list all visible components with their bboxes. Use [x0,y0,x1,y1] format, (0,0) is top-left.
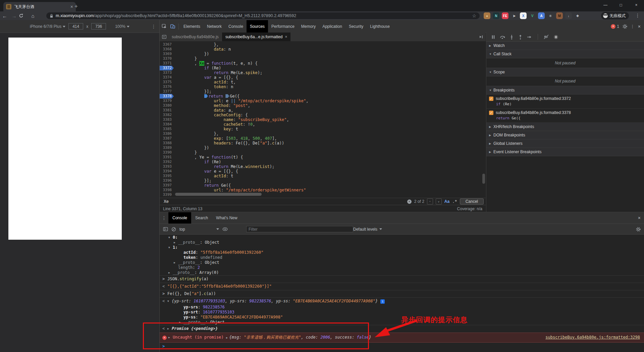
translate-icon[interactable]: A [538,12,545,19]
device-toolbar-menu-icon[interactable]: ⋮ [151,24,156,29]
puzzle-icon[interactable]: ❖ [574,12,581,19]
pause-on-exceptions-icon[interactable] [553,35,558,40]
line-number[interactable]: 3394 [160,169,174,174]
line-number[interactable]: 3392 [160,160,174,164]
page-viewport[interactable] [8,38,122,240]
line-number[interactable]: 3383 [160,117,174,122]
devtools-menu-icon[interactable]: ⋮ [631,24,635,29]
line-number[interactable]: 3367 [160,42,174,47]
inline-breakpoint-icon[interactable] [204,94,208,98]
console-sidebar-icon[interactable] [163,227,168,231]
inspect-element-icon[interactable] [160,24,168,29]
drawer-menu-icon[interactable]: ⋮ [160,215,168,221]
console-tab-what-s-new[interactable]: What's New [212,212,241,224]
search-previous-button[interactable]: ^ [427,198,433,204]
zoom-select[interactable]: 100% [115,24,129,29]
sidebar-section-scope[interactable]: ▼Scope [486,68,644,76]
x-browser-icon[interactable]: X [520,12,527,19]
window-close-icon[interactable]: × [629,0,644,10]
console-tab-console[interactable]: Console [168,212,191,224]
match-case-toggle[interactable]: Aa [444,199,449,204]
search-input[interactable] [163,199,372,204]
line-number[interactable]: 3399 [160,192,174,197]
pointer-icon[interactable]: ➤ [511,12,518,19]
window-minimize-icon[interactable]: — [598,0,613,10]
bookmark-star-icon[interactable]: ☆ [472,13,476,18]
console-row[interactable]: ▶__proto__: Array(0) [160,270,644,275]
breakpoint-entry[interactable]: ✓subscribeBuy.6a94b80e.js:formatted:3378… [486,109,644,123]
device-select[interactable]: iPhone 6/7/8 Plus [30,24,65,29]
cancel-button[interactable]: Cancel [460,198,484,204]
expand-caret-icon[interactable]: ▼ [167,299,172,304]
debugger-pane-toggle-icon[interactable] [479,35,484,39]
back-icon[interactable]: ← [0,13,9,19]
breakpoint-checkbox[interactable]: ✓ [489,111,493,115]
code-editor[interactable]: 3367336833693370337133723373337433753376… [160,41,486,197]
line-number[interactable]: 3374 [160,75,174,80]
breakpoint-checkbox[interactable]: ✓ [489,97,493,101]
new-tab-button[interactable]: + [74,3,78,9]
expand-caret-icon[interactable]: ▼ [168,245,173,250]
step-out-icon[interactable] [518,35,523,40]
line-number[interactable]: 3387 [160,136,174,141]
line-number[interactable]: 3398 [160,188,174,192]
step-over-icon[interactable] [500,35,505,39]
line-number[interactable]: 3385 [160,127,174,131]
expand-caret-icon[interactable]: ▶ [174,260,178,265]
line-number-breakpoint[interactable]: 3372 [160,66,174,70]
devtools-tab-performance[interactable]: Performance [268,20,298,33]
sidebar-section-watch[interactable]: ▶Watch [486,42,644,50]
clear-search-icon[interactable]: × [407,199,412,204]
browser-tab[interactable]: 飞天茅台酒 × [3,2,76,11]
regex-toggle[interactable]: .* [452,199,457,204]
line-number[interactable]: 3379 [160,99,174,103]
devtools-tab-network[interactable]: Network [204,20,225,33]
line-number[interactable]: 3388 [160,141,174,145]
console-filter-input[interactable] [246,226,353,232]
line-number[interactable]: 3396 [160,178,174,183]
source-location-link[interactable]: subscribeBuy.6a94b80e.js:formatted:3298 [545,335,640,340]
line-number-breakpoint[interactable]: 3378 [160,94,174,99]
sidebar-section-breakpoints[interactable]: ▼Breakpoints [486,86,644,95]
expand-caret-icon[interactable]: ▶ [174,240,178,245]
pause-icon[interactable] [491,35,495,39]
tampermonkey-icon[interactable]: M [556,12,563,19]
tab-close-icon[interactable]: × [70,4,73,9]
line-number[interactable]: 3373 [160,70,174,75]
vue-devtools-icon[interactable]: V [529,12,536,19]
file-tab[interactable]: subscribeBuy.6a94b80e.js [168,33,222,41]
gear-extension-icon[interactable]: ✳ [547,12,554,19]
step-icon[interactable] [527,35,532,39]
line-number[interactable]: 3380 [160,103,174,108]
error-count-badge[interactable]: × 1 [611,24,619,29]
sidebar-section-call-stack[interactable]: ▼Call Stack [486,50,644,58]
expand-caret-icon[interactable]: ▼ [168,235,173,240]
devtools-tab-security[interactable]: Security [345,20,367,33]
line-number[interactable]: 3375 [160,80,174,84]
line-number[interactable]: 3391 [160,155,174,160]
forward-icon[interactable]: → [9,13,19,19]
line-number[interactable]: 3377 [160,89,174,94]
device-width-field[interactable]: 414 [68,23,83,30]
file-tab-close-icon[interactable]: × [285,35,287,39]
line-number[interactable]: 3395 [160,174,174,178]
line-number[interactable]: 3381 [160,108,174,113]
devtools-tab-console[interactable]: Console [225,20,247,33]
line-number[interactable]: 3389 [160,145,174,150]
breakpoint-entry[interactable]: ✓subscribeBuy.6a94b80e.js:formatted:3372… [486,95,644,109]
clear-console-icon[interactable] [171,227,176,232]
devtools-tab-lighthouse[interactable]: Lighthouse [367,20,393,33]
line-number[interactable]: 3370 [160,56,174,61]
reload-icon[interactable] [19,13,28,18]
drawer-close-icon[interactable]: × [638,215,641,221]
sidebar-section-event-listener-breakpoints[interactable]: ▶Event Listener Breakpoints [486,148,644,156]
line-number[interactable]: 3368 [160,47,174,52]
settings-gear-icon[interactable] [623,24,627,29]
line-number[interactable]: 3386 [160,131,174,136]
line-number[interactable]: 3384 [160,122,174,127]
home-icon[interactable]: ⌂ [28,13,38,19]
console-settings-gear-icon[interactable] [636,227,641,232]
console-row[interactable]: <▼{yp-srt: 1610777935103, yp-srs: 982238… [160,297,644,305]
download-icon[interactable]: ↓ [565,12,572,19]
device-toolbar-toggle-icon[interactable] [168,24,177,29]
